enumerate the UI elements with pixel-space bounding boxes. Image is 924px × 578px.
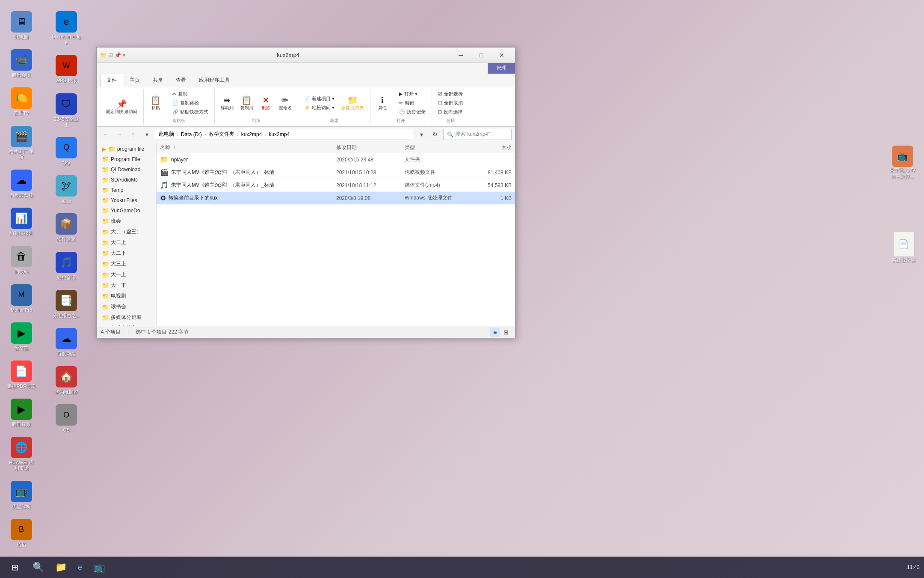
- tab-app-tools[interactable]: 应用程序工具: [192, 74, 236, 87]
- file-row-nplayer[interactable]: 📁 nplayer 2020/2/15 23:48 文件夹: [157, 153, 515, 166]
- paste-icon: 📋: [150, 96, 161, 104]
- ribbon-pin-content: 📌 固定到快 速访问: [104, 90, 140, 124]
- desktop-icon-qq[interactable]: Q QQ: [49, 134, 83, 168]
- pin-button[interactable]: 📌 固定到快 速访问: [104, 98, 140, 116]
- paste-shortcut-button[interactable]: 🔗 粘贴快捷方式: [170, 108, 211, 116]
- sidebar-item-qldownload[interactable]: 📁 QLDownload: [97, 164, 156, 175]
- file-row-youku-kux[interactable]: 🎬 朱宁同人MV《谁主沉浮》（君臣同人）_标清 2021/10/15 10:28…: [157, 166, 515, 179]
- sidebar-item-sdaudio[interactable]: 📁 SDAudioMc: [97, 175, 156, 185]
- desktop-icon-baixing[interactable]: B 佰佰: [4, 516, 38, 550]
- desktop-icon-motionpro[interactable]: M MotionPro: [4, 282, 38, 316]
- desktop-icon-hwpc[interactable]: 🏠 华为电脑家: [49, 363, 83, 397]
- invert-select-button[interactable]: ⊟ 反向选择: [435, 108, 465, 116]
- detail-view-button[interactable]: ⊞: [501, 328, 511, 337]
- minimize-button[interactable]: ─: [451, 49, 471, 62]
- sidebar-item-youku[interactable]: 📁 Youku Files: [97, 195, 156, 206]
- tab-home[interactable]: 主页: [123, 74, 146, 87]
- desktop-icon-mindmaster[interactable]: 📺 优酷解析: [4, 478, 38, 512]
- desktop-icon-youku-right[interactable]: 📺 朱宁同人MV谁主沉浮...: [890, 146, 916, 180]
- sidebar-item-da3-up[interactable]: 📁 大三上: [97, 259, 156, 269]
- refresh-button[interactable]: ↻: [429, 129, 441, 140]
- sidebar-item-da1-up[interactable]: 📁 大一上: [97, 269, 156, 280]
- open-button[interactable]: ▶ 打开 ▾: [397, 90, 428, 98]
- path-sep-4: ›: [264, 131, 266, 137]
- desktop-icon-huawei[interactable]: 🌐 HUAWEI 应用市场: [4, 434, 38, 474]
- desktop-icon-tencent-meeting[interactable]: 📹 腾讯会议: [4, 47, 38, 80]
- tab-file[interactable]: 文件: [100, 74, 123, 87]
- new-folder-button[interactable]: 📁 新建 文件夹: [339, 94, 367, 112]
- rename-button[interactable]: ✏ 重命名: [276, 94, 294, 112]
- desktop-icon-recycle[interactable]: 🗑 回收站: [4, 243, 38, 277]
- sidebar-item-da1-down[interactable]: 📁 大一下: [97, 280, 156, 291]
- new-item-button[interactable]: 📄 新建项目 ▾: [302, 95, 337, 103]
- sidebar-item-program-files[interactable]: 📁 Program File: [97, 154, 156, 164]
- desktop-icon-mgtv[interactable]: 🍋 芒果TV: [4, 85, 38, 119]
- history-button[interactable]: 🕐 历史记录: [397, 108, 428, 116]
- deselect-all-button[interactable]: ☐ 全部取消: [435, 99, 465, 107]
- maximize-button[interactable]: □: [471, 49, 491, 62]
- col-header-size[interactable]: 大小: [469, 144, 512, 151]
- desktop-icon-edge[interactable]: e Microsoft Edge: [49, 9, 83, 48]
- desktop-icon-baidudisk[interactable]: ☁ 百度网盘: [49, 325, 83, 359]
- sidebar-item-da2-up[interactable]: 📁 大二上: [97, 237, 156, 248]
- desktop-icon-iqiyi[interactable]: ▶ 爱奇艺: [4, 320, 38, 354]
- properties-button[interactable]: ℹ 属性: [374, 94, 391, 112]
- back-button[interactable]: ←: [100, 129, 111, 140]
- desktop-icon-format[interactable]: 🎬 格式工厂 录屏: [4, 123, 38, 163]
- address-dropdown-button[interactable]: ▾: [416, 129, 427, 140]
- cut-button[interactable]: ✂ 复制: [170, 90, 211, 98]
- col-header-name[interactable]: 名称 ↑: [160, 144, 336, 151]
- close-button[interactable]: ✕: [492, 49, 512, 62]
- desktop-icon-2345[interactable]: 🛡 2345安全卫士: [49, 91, 83, 130]
- easy-access-button[interactable]: ⚡ 轻松访问 ▾: [302, 104, 337, 112]
- up-button[interactable]: ↑: [127, 129, 139, 140]
- desktop-icon-report[interactable]: 📑 分组报告之...: [49, 287, 83, 321]
- copy-to-button[interactable]: 📋 复制到: [238, 94, 256, 112]
- tab-view[interactable]: 查看: [169, 74, 192, 87]
- move-to-button[interactable]: ➡ 移动到: [218, 94, 236, 112]
- taskbar-search[interactable]: 🔍: [28, 559, 48, 576]
- start-button[interactable]: ⊞: [4, 559, 26, 576]
- desktop-icon-dingding[interactable]: 📊 钉钉演报告: [4, 205, 38, 239]
- edit-button[interactable]: ✏ 编辑: [397, 99, 428, 107]
- desktop-icon-wps[interactable]: W WPS 校版: [49, 52, 83, 86]
- delete-button[interactable]: ✕ 删除: [258, 94, 275, 112]
- copy-path-button[interactable]: 📄 复制路径: [170, 99, 211, 107]
- desktop-icon-txvideo[interactable]: ▶ 腾讯视频: [4, 396, 38, 430]
- recent-locations-button[interactable]: ▾: [141, 129, 152, 140]
- sidebar-item-media[interactable]: 📁 多媒体分辨率: [97, 312, 156, 323]
- file-row-mp4[interactable]: 🎵 朱宁同人MV《谁主沉浮》（君臣同人）_标清 2021/10/18 11:12…: [157, 179, 515, 192]
- desktop-icon-os[interactable]: O OS: [49, 402, 83, 435]
- sidebar-item-da2-3[interactable]: 📁 大二（虚三）: [97, 226, 156, 237]
- taskbar-youku[interactable]: 📺: [89, 559, 109, 576]
- sidebar-item-temp[interactable]: 📁 Temp: [97, 185, 156, 195]
- search-placeholder: 搜索"kux2mp4": [455, 131, 490, 138]
- taskbar-explorer[interactable]: 📁: [51, 559, 71, 576]
- desktop-icon-baidu[interactable]: ☁ 百度云盘接: [4, 167, 38, 201]
- motionpro-icon: M: [11, 284, 32, 306]
- forward-button[interactable]: →: [114, 129, 125, 140]
- sidebar-item-reading[interactable]: 📁 读书会: [97, 301, 156, 312]
- desktop-icon-computer[interactable]: 🖥 此电脑: [4, 9, 38, 42]
- paste-button[interactable]: 📋 粘贴: [147, 94, 164, 112]
- desktop-icon-pdf[interactable]: 📄 迅捷PDF转器: [4, 358, 38, 392]
- col-header-date[interactable]: 修改日期: [336, 144, 405, 151]
- sidebar-item-banhui[interactable]: 📁 班会: [97, 216, 156, 226]
- taskbar-edge[interactable]: e: [74, 559, 86, 576]
- sidebar-item-teaching[interactable]: 📁 教学文件夹: [97, 323, 156, 326]
- manage-tab[interactable]: 管理: [488, 63, 515, 74]
- desktop-icon-bird[interactable]: 🕊 道德: [49, 173, 83, 206]
- sidebar-item-da2-down[interactable]: 📁 大二下: [97, 248, 156, 259]
- desktop-icon-kugou[interactable]: 🎵 酷狗音乐: [49, 249, 83, 283]
- col-header-type[interactable]: 类型: [405, 144, 469, 151]
- file-row-bat[interactable]: ⚙ 转换当前目录下的kux 2020/3/8 19:08 Windows 批处理…: [157, 192, 515, 205]
- sidebar-item-yungame[interactable]: 📁 YunGameDo: [97, 206, 156, 216]
- sidebar-item-program-file[interactable]: ▶ 📁 program file: [97, 144, 156, 154]
- search-box[interactable]: 🔍 搜索"kux2mp4": [443, 129, 512, 140]
- list-view-button[interactable]: ≡: [490, 328, 500, 337]
- sidebar-item-tvshow[interactable]: 📁 电视剧: [97, 291, 156, 301]
- address-path[interactable]: 此电脑 › Data (D:) › 教学文件夹 › kux2mp4 › kux2…: [155, 129, 413, 140]
- select-all-button[interactable]: ☑ 全部选择: [435, 90, 465, 98]
- desktop-icon-software[interactable]: 📦 软件管家: [49, 211, 83, 244]
- tab-share[interactable]: 共享: [146, 74, 169, 87]
